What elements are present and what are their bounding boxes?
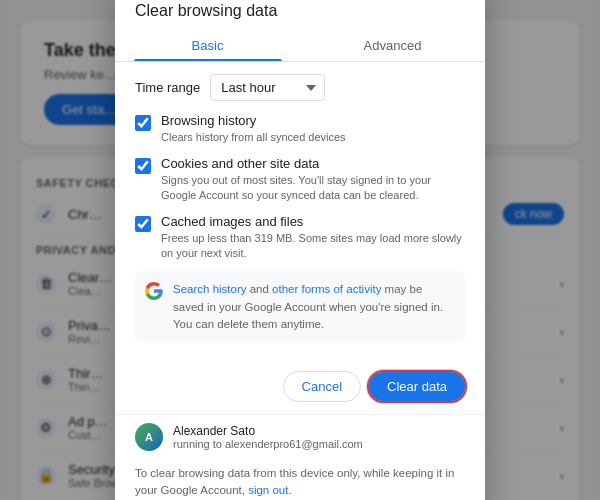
checkbox-browsing-history-title: Browsing history: [161, 113, 346, 128]
checkbox-cache: Cached images and files Frees up less th…: [135, 214, 465, 262]
sign-out-link[interactable]: sign out: [248, 484, 288, 496]
tab-basic[interactable]: Basic: [115, 30, 300, 61]
checkbox-cookies-title: Cookies and other site data: [161, 156, 465, 171]
account-email: running to alexenderpro61@gmail.com: [173, 438, 363, 450]
google-info-text: Search history and other forms of activi…: [173, 281, 455, 333]
checkbox-cookies-input[interactable]: [135, 158, 151, 174]
google-g-icon: [145, 282, 163, 300]
dialog-body: Time range Last hour Last 24 hours Last …: [115, 62, 485, 359]
other-forms-link[interactable]: other forms of activity: [272, 283, 381, 295]
avatar: A: [135, 423, 163, 451]
checkbox-browsing-history: Browsing history Clears history from all…: [135, 113, 465, 145]
clear-data-button[interactable]: Clear data: [369, 372, 465, 401]
time-range-select[interactable]: Last hour Last 24 hours Last 7 days Last…: [210, 74, 325, 101]
checkbox-cache-desc: Frees up less than 319 MB. Some sites ma…: [161, 231, 465, 262]
dialog-footer: Cancel Clear data: [115, 359, 485, 414]
checkbox-cache-title: Cached images and files: [161, 214, 465, 229]
account-row: A Alexander Sato running to alexenderpro…: [115, 414, 485, 459]
clear-browsing-data-dialog: Clear browsing data Basic Advanced Time …: [115, 0, 485, 500]
checkbox-browsing-history-input[interactable]: [135, 115, 151, 131]
checkbox-cookies-desc: Signs you out of most sites. You'll stay…: [161, 173, 465, 204]
checkbox-browsing-history-desc: Clears history from all synced devices: [161, 130, 346, 145]
cancel-button[interactable]: Cancel: [283, 371, 361, 402]
account-name: Alexander Sato: [173, 424, 363, 438]
google-info-box: Search history and other forms of activi…: [135, 271, 465, 343]
time-range-row: Time range Last hour Last 24 hours Last …: [135, 74, 465, 101]
checkbox-cookies: Cookies and other site data Signs you ou…: [135, 156, 465, 204]
search-history-link[interactable]: Search history: [173, 283, 247, 295]
footer-note: To clear browsing data from this device …: [115, 459, 485, 500]
dialog-tabs: Basic Advanced: [115, 30, 485, 62]
modal-overlay: Clear browsing data Basic Advanced Time …: [0, 0, 600, 500]
tab-advanced[interactable]: Advanced: [300, 30, 485, 61]
dialog-title: Clear browsing data: [115, 0, 485, 20]
checkbox-cache-input[interactable]: [135, 216, 151, 232]
time-range-label: Time range: [135, 80, 200, 95]
